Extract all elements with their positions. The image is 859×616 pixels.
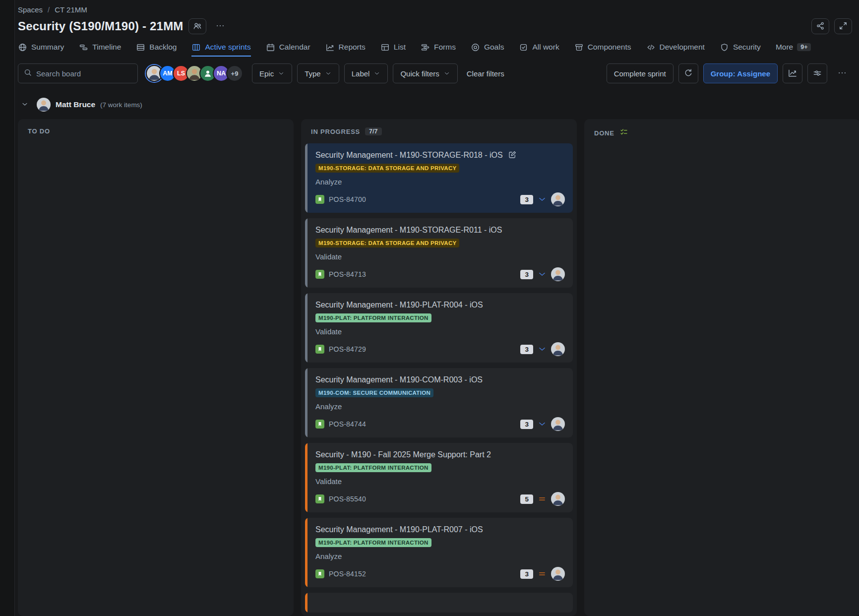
tab-summary[interactable]: Summary: [18, 40, 64, 57]
insights-button[interactable]: [783, 63, 802, 83]
tab-development[interactable]: Development: [646, 40, 705, 57]
tab-count-badge: 9+: [797, 43, 811, 51]
filter-quick-filters[interactable]: Quick filters: [393, 63, 457, 83]
card-key: POS-84700: [329, 195, 366, 203]
expand-button[interactable]: [834, 18, 852, 34]
filter-type[interactable]: Type: [297, 63, 339, 83]
tab-backlog[interactable]: Backlog: [136, 40, 177, 57]
priority-low-icon: [538, 345, 547, 354]
board-card[interactable]: Security Management - M190-PLAT-R004 - i…: [305, 293, 573, 363]
board-column-done: DONE: [584, 119, 859, 616]
toolbar: AM LS NA +9 Epic Type Label Quick filter…: [18, 63, 859, 83]
card-color-bar: [305, 368, 307, 437]
avatar-overflow-count[interactable]: +9: [226, 65, 243, 82]
card-title: Security Management - M190-COM-R003 - iO…: [315, 374, 483, 385]
breadcrumb-spaces[interactable]: Spaces: [18, 5, 43, 14]
card-status: Validate: [315, 477, 565, 486]
people-icon-button[interactable]: [188, 18, 206, 34]
story-icon: [315, 270, 324, 279]
board-card[interactable]: Security - M190 - Fall 2025 Merge Suppor…: [305, 443, 573, 512]
tab-calendar[interactable]: Calendar: [266, 40, 310, 57]
story-points-badge: 3: [520, 195, 533, 204]
collapse-group-button[interactable]: [18, 98, 32, 112]
board-card[interactable]: Security Management - M190-COM-R003 - iO…: [305, 368, 573, 437]
chevron-down-icon: [373, 70, 380, 77]
complete-sprint-button[interactable]: Complete sprint: [607, 63, 674, 83]
left-rail: [0, 0, 15, 616]
code-icon: [646, 43, 656, 52]
story-points-badge: 3: [520, 345, 533, 354]
more-options-button[interactable]: [832, 63, 852, 83]
page-title: Security (S190/M190) - 21MM: [18, 19, 184, 33]
board-icon: [191, 43, 201, 52]
card-title: Security Management - M190-STORAGE-R018 …: [315, 150, 503, 160]
tab-security[interactable]: Security: [720, 40, 761, 57]
board-card[interactable]: Security Management - M190-STORAGE-R018 …: [305, 143, 573, 213]
assignee-avatar: [551, 492, 565, 506]
tab-components[interactable]: Components: [574, 40, 631, 57]
card-color-bar: [305, 143, 307, 213]
assignee-avatar: [551, 267, 565, 281]
shield-icon: [720, 43, 729, 52]
filter-label[interactable]: Label: [344, 63, 388, 83]
timeline-icon: [79, 43, 88, 52]
card-status: Validate: [315, 327, 565, 336]
tab-reports[interactable]: Reports: [325, 40, 366, 57]
board-card[interactable]: [305, 593, 573, 613]
story-points-badge: 3: [520, 270, 533, 279]
tab-active-sprints[interactable]: Active sprints: [191, 40, 250, 57]
backlog-icon: [136, 43, 145, 52]
card-status: Analyze: [315, 178, 565, 186]
group-avatar: [37, 98, 51, 112]
card-title: Security Management - M190-PLAT-R004 - i…: [315, 300, 483, 310]
priority-medium-icon: [538, 569, 547, 578]
card-key: POS-85540: [329, 495, 366, 503]
checklist-icon: [619, 127, 628, 138]
tab-all-work[interactable]: All work: [519, 40, 559, 57]
share-icon: [815, 21, 825, 32]
card-status: Validate: [315, 252, 565, 261]
priority-low-icon: [538, 420, 547, 429]
tab-more[interactable]: More 9+: [776, 40, 811, 57]
assignee-avatar-filter-group: AM LS NA +9: [146, 65, 243, 82]
story-icon: [315, 195, 324, 204]
breadcrumb-separator: /: [48, 5, 50, 14]
group-name: Matt Bruce: [56, 100, 95, 109]
chevron-down-icon: [21, 100, 29, 110]
chart-icon: [325, 43, 335, 52]
card-color-bar: [305, 443, 307, 512]
card-key: POS-84729: [329, 345, 366, 353]
search-icon: [23, 68, 32, 79]
board-card[interactable]: Security Management - M190-PLAT-R007 - i…: [305, 518, 573, 587]
chevron-down-icon: [325, 70, 332, 77]
title-row: Security (S190/M190) - 21MM: [18, 16, 859, 37]
forms-icon: [421, 43, 430, 52]
filter-epic[interactable]: Epic: [252, 63, 292, 83]
breadcrumb: Spaces / CT 21MM: [18, 4, 859, 15]
card-key: POS-84744: [329, 420, 366, 428]
breadcrumb-project[interactable]: CT 21MM: [55, 5, 87, 14]
card-title: Security Management - M190-PLAT-R007 - i…: [315, 524, 483, 535]
refresh-button[interactable]: [678, 63, 698, 83]
tab-forms[interactable]: Forms: [421, 40, 456, 57]
share-button[interactable]: [811, 18, 829, 34]
story-points-badge: 5: [520, 494, 533, 504]
ellipsis-icon: [215, 21, 225, 32]
tab-timeline[interactable]: Timeline: [79, 40, 121, 57]
board-settings-button[interactable]: [807, 63, 827, 83]
tab-goals[interactable]: Goals: [471, 40, 504, 57]
card-color-bar: [305, 293, 307, 363]
edit-icon[interactable]: [508, 150, 517, 159]
more-header-actions-button[interactable]: [211, 18, 229, 34]
ellipsis-icon: [837, 68, 847, 79]
story-points-badge: 3: [520, 569, 533, 579]
search-input[interactable]: [36, 69, 132, 78]
board-card[interactable]: Security Management - M190-STORAGE-R011 …: [305, 218, 573, 288]
card-label-chip: M190-COM: SECURE COMMUNICATION: [315, 388, 433, 397]
checkbox-icon: [519, 43, 528, 52]
clear-filters-button[interactable]: Clear filters: [463, 69, 508, 78]
column-title: IN PROGRESS: [311, 128, 360, 135]
group-by-button[interactable]: Group: Assignee: [703, 63, 778, 83]
target-icon: [471, 43, 480, 52]
tab-list[interactable]: List: [380, 40, 406, 57]
